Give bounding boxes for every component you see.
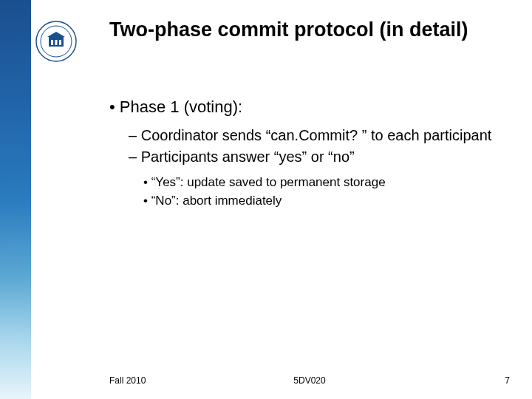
svg-marker-3 — [47, 32, 65, 37]
bullet-phase: Phase 1 (voting): Coordinator sends “can… — [109, 96, 510, 210]
dash-item-2: Participants answer “yes” or “no” — [129, 147, 510, 167]
sub-item-1: “Yes”: update saved to permanent storage — [143, 174, 510, 191]
footer-right: 7 — [505, 375, 510, 386]
footer: Fall 2010 5DV020 7 — [109, 375, 510, 386]
footer-left: Fall 2010 — [109, 375, 146, 386]
slide-title: Two-phase commit protocol (in detail) — [109, 18, 514, 41]
sidebar-gradient — [0, 0, 31, 399]
slide: Two-phase commit protocol (in detail) Ph… — [0, 0, 532, 399]
svg-rect-6 — [59, 40, 61, 45]
svg-rect-4 — [51, 40, 53, 45]
slide-body: Phase 1 (voting): Coordinator sends “can… — [109, 96, 510, 214]
footer-center: 5DV020 — [293, 375, 325, 386]
sub-item-2: “No”: abort immediately — [143, 193, 510, 210]
university-logo — [35, 21, 77, 62]
dash-item-1: Coordinator sends “can.Commit? ” to each… — [129, 126, 510, 146]
bullet-phase-text: Phase 1 (voting): — [120, 98, 242, 116]
svg-rect-5 — [55, 40, 58, 45]
